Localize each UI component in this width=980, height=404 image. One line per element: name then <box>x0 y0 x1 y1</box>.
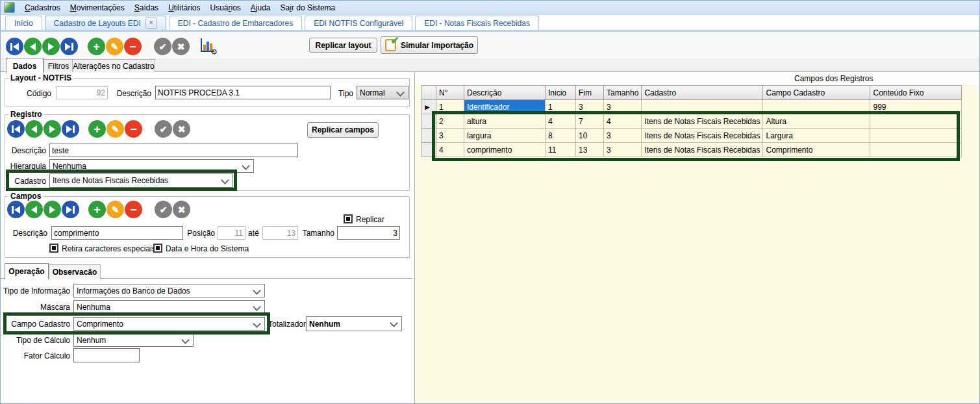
cell-conteudo-fixo[interactable] <box>870 129 962 143</box>
grid-header-descricao[interactable]: Descrição <box>464 86 546 100</box>
campos-nav-prior-button[interactable] <box>25 201 43 218</box>
cancel-button[interactable]: ✖ <box>172 38 190 55</box>
campos-confirm-button[interactable]: ✔ <box>155 201 172 218</box>
cell-tamanho[interactable]: 3 <box>604 129 642 143</box>
campos-nav-next-button[interactable] <box>44 201 61 218</box>
cell-cadastro[interactable] <box>642 100 763 114</box>
menu-saidas[interactable]: Saídas <box>134 3 158 12</box>
retira-caracteres-checkbox[interactable] <box>49 244 58 253</box>
posicao-de-field[interactable] <box>218 226 245 240</box>
cell-campo-cadastro[interactable] <box>763 100 870 114</box>
nav-first-button[interactable] <box>6 38 23 55</box>
campos-nav-last-button[interactable] <box>62 201 79 218</box>
menu-sair-do-sistema[interactable]: Sair do Sistema <box>281 3 336 12</box>
replicar-campos-button[interactable]: Replicar campos <box>307 122 379 138</box>
campos-cancel-button[interactable]: ✖ <box>173 201 190 218</box>
grid-header-numero[interactable]: N° <box>436 86 464 100</box>
replicar-layout-button[interactable]: Replicar layout <box>309 38 377 53</box>
menu-usuarios[interactable]: Usuários <box>210 3 240 12</box>
cell-fim[interactable]: 3 <box>576 100 604 114</box>
cell-descricao[interactable]: altura <box>464 114 546 129</box>
cell-cadastro[interactable]: Itens de Notas Fiscais Recebidas <box>642 114 763 129</box>
cell-numero[interactable]: 3 <box>436 129 464 143</box>
cell-campo-cadastro[interactable]: Comprimento <box>763 143 870 157</box>
nav-prior-button[interactable] <box>24 38 42 55</box>
cell-tamanho[interactable]: 3 <box>604 143 642 157</box>
cell-conteudo-fixo[interactable] <box>870 114 962 129</box>
tipo-informacao-select[interactable]: Informações do Banco de Dados <box>73 284 265 297</box>
cell-tamanho[interactable]: 3 <box>604 100 642 114</box>
replicar-checkbox[interactable] <box>344 214 353 223</box>
tab-operacao[interactable]: Operação <box>5 263 49 279</box>
registro-confirm-button[interactable]: ✔ <box>155 120 172 138</box>
tamanho-field[interactable] <box>337 226 400 240</box>
descricao-campo-field[interactable] <box>51 226 183 240</box>
registro-cancel-button[interactable]: ✖ <box>173 120 190 138</box>
registro-nav-last-button[interactable] <box>62 120 79 138</box>
mascara-select[interactable]: Nenhuma <box>73 300 265 314</box>
tab-edi-notas-fiscais-recebidas[interactable]: EDI - Notas Fiscais Recebidas <box>415 16 539 30</box>
cell-campo-cadastro[interactable]: Altura <box>763 114 870 129</box>
fator-calculo-field[interactable] <box>73 348 140 362</box>
registro-delete-button[interactable]: − <box>125 120 142 138</box>
delete-button[interactable]: − <box>124 38 142 55</box>
totalizador-select[interactable]: Nenhum <box>306 316 402 331</box>
cell-cadastro[interactable]: Itens de Notas Fiscais Recebidas <box>642 129 763 143</box>
cell-cadastro[interactable]: Itens de Notas Fiscais Recebidas <box>642 143 763 157</box>
cell-campo-cadastro[interactable]: Largura <box>763 129 870 143</box>
grid-header-campo-cadastro[interactable]: Campo Cadastro <box>763 86 870 100</box>
menu-utilitarios[interactable]: Utilitários <box>168 3 200 12</box>
menu-ajuda[interactable]: Ajuda <box>251 3 271 12</box>
campos-nav-first-button[interactable] <box>7 201 25 218</box>
add-button[interactable]: + <box>88 38 105 55</box>
descricao-registro-field[interactable] <box>49 144 298 157</box>
tipo-calculo-select[interactable]: Nenhum <box>73 333 194 347</box>
tipo-select[interactable]: Normal <box>357 86 408 99</box>
cell-tamanho[interactable]: 4 <box>604 114 642 129</box>
cell-descricao[interactable]: largura <box>464 129 546 143</box>
descricao-layout-field[interactable] <box>155 86 331 99</box>
campos-add-button[interactable]: + <box>88 201 106 218</box>
cell-inicio[interactable]: 4 <box>546 114 576 129</box>
registro-nav-next-button[interactable] <box>44 120 61 138</box>
menu-cadastros[interactable]: Cadastros <box>25 3 60 12</box>
cell-inicio[interactable]: 8 <box>546 129 576 143</box>
nav-next-button[interactable] <box>42 38 60 55</box>
hierarquia-select[interactable]: Nenhuma <box>49 159 254 173</box>
cell-fim[interactable]: 7 <box>576 114 604 129</box>
registro-edit-button[interactable]: ✎ <box>107 120 124 138</box>
tab-cadastro-de-layouts-edi[interactable]: Cadastro de Layouts EDI × <box>45 16 166 30</box>
registro-nav-first-button[interactable] <box>7 120 25 138</box>
tab-edi-notfis-configuravel[interactable]: EDI NOTFIS Configurável <box>305 16 412 30</box>
data-hora-checkbox[interactable] <box>153 244 162 253</box>
campo-cadastro-select[interactable]: Comprimento <box>73 317 265 331</box>
tab-filtros[interactable]: Filtros <box>44 59 73 73</box>
tab-alteracoes-no-cadastro[interactable]: Alterações no Cadastro <box>72 59 155 73</box>
cell-numero[interactable]: 4 <box>436 143 464 157</box>
campos-edit-button[interactable]: ✎ <box>107 201 124 218</box>
edit-button[interactable]: ✎ <box>106 38 123 55</box>
cell-conteudo-fixo[interactable]: 999 <box>870 100 962 114</box>
cell-numero[interactable]: 1 <box>436 100 464 114</box>
close-icon[interactable]: × <box>145 18 157 29</box>
cadastro-select[interactable]: Itens de Notas Fiscais Recebidas <box>49 173 233 188</box>
grid-header-cadastro[interactable]: Cadastro <box>642 86 763 100</box>
grid-header-fim[interactable]: Fim <box>576 86 604 100</box>
cell-fim[interactable]: 13 <box>576 143 604 157</box>
tab-observacao[interactable]: Observacão <box>49 264 101 279</box>
cell-numero[interactable]: 2 <box>436 114 464 129</box>
grid-header-tamanho[interactable]: Tamanho <box>604 86 642 100</box>
tab-edi-cadastro-de-embarcadores[interactable]: EDI - Cadastro de Embarcadores <box>169 16 302 30</box>
cell-descricao-selected[interactable]: Identificador <box>464 100 546 114</box>
simular-importacao-button[interactable]: ✔ Simular Importação <box>381 36 478 54</box>
registro-add-button[interactable]: + <box>88 120 106 138</box>
confirm-button[interactable]: ✔ <box>154 38 171 55</box>
cell-descricao[interactable]: comprimento <box>464 143 546 157</box>
menu-movimentacoes[interactable]: Movimentações <box>70 3 125 12</box>
codigo-field[interactable] <box>56 86 108 99</box>
posicao-ate-field[interactable] <box>262 226 298 240</box>
cell-inicio[interactable]: 11 <box>546 143 576 157</box>
registro-nav-prior-button[interactable] <box>25 120 43 138</box>
grid-header-inicio[interactable]: Inicio <box>546 86 576 100</box>
cell-fim[interactable]: 10 <box>576 129 604 143</box>
